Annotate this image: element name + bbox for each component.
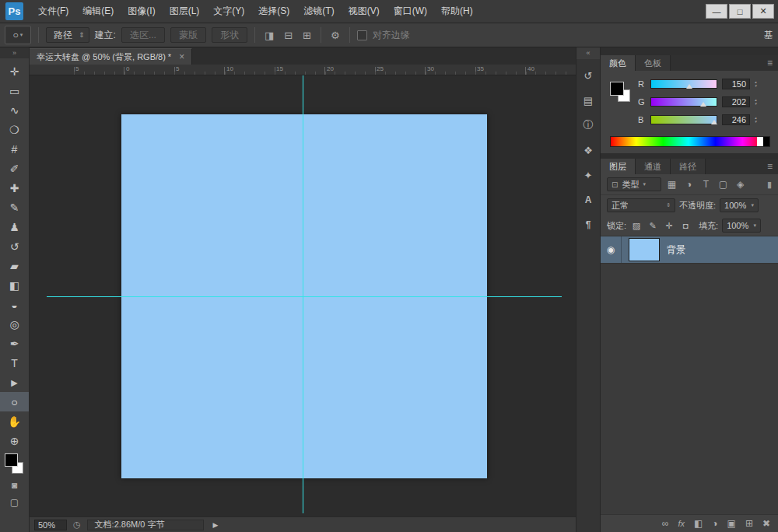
properties-panel-icon[interactable]: ▤ [579,91,598,110]
screen-mode-button[interactable]: ▢ [0,494,29,511]
make-selection-button[interactable]: 选区... [121,27,165,43]
lock-image-pixels-icon[interactable]: ✎ [647,221,659,231]
filter-pixel-layers-icon[interactable]: ▦ [665,179,678,190]
hand-tool[interactable]: ✋ [0,411,29,431]
tool-mode-dropdown[interactable]: 路径 ⇕ [46,27,89,43]
menu-layer[interactable]: 图层(L) [163,0,207,23]
document-tab[interactable]: 幸运大转盘 @ 50% (背景, RGB/8) * × [30,48,192,65]
vertical-guide[interactable] [303,75,303,513]
zoom-tool[interactable]: ⊕ [0,431,29,450]
spinner-icon[interactable]: ▴▾ [755,80,757,88]
menu-edit[interactable]: 编辑(E) [75,0,121,23]
status-menu-arrow-icon[interactable]: ▶ [210,521,222,529]
lasso-tool[interactable]: ∿ [0,100,29,120]
make-mask-button[interactable]: 蒙版 [170,27,206,43]
tab-layers[interactable]: 图层 [601,159,636,174]
spin-down-icon[interactable]: ▾ [755,84,757,88]
quick-selection-tool[interactable]: ❍ [0,120,29,139]
adjustment-layer-icon[interactable]: ◑ [712,518,717,529]
channel-thumb-R[interactable] [686,84,692,89]
lock-transparent-pixels-icon[interactable]: ▨ [630,221,643,231]
opacity-input[interactable]: 100% ▾ [720,198,759,212]
visibility-eye-icon[interactable]: ◉ [601,236,622,263]
channel-slider-g[interactable] [650,97,717,107]
path-arrange-icon[interactable]: ⊞ [300,30,314,41]
spin-down-icon[interactable]: ▾ [755,120,757,124]
dodge-tool[interactable]: ◎ [0,314,29,334]
paragraph-panel-icon[interactable]: ¶ [579,215,598,234]
photoshop-logo-icon[interactable]: Ps [5,2,23,20]
tab-color[interactable]: 颜色 [601,55,636,71]
lock-position-icon[interactable]: ✛ [663,221,675,231]
channel-value-b[interactable]: 246 [722,114,750,125]
link-layers-icon[interactable]: ∞ [662,518,669,529]
tab-paths[interactable]: 路径 [671,159,706,174]
workspace-switcher[interactable]: 基 [764,29,773,42]
character-panel-icon[interactable]: A [579,191,598,209]
toolbar-foreground-color-swatch[interactable] [5,453,18,467]
menu-select[interactable]: 选择(S) [251,0,296,23]
channel-thumb-B[interactable] [711,120,717,124]
delete-layer-icon[interactable]: ✖ [762,518,770,529]
move-tool[interactable]: ✛ [0,61,29,81]
foreground-color-swatch[interactable] [610,82,624,96]
gradient-tool[interactable]: ◧ [0,275,29,295]
layer-row-background[interactable]: ◉ 背景 [601,236,778,264]
filter-toggle-icon[interactable]: ▮ [767,180,772,190]
brush-tool[interactable]: ✎ [0,198,29,217]
layer-thumbnail[interactable] [629,238,660,261]
menu-type[interactable]: 文字(Y) [206,0,251,23]
type-tool[interactable]: T [0,353,29,373]
ellipse-tool[interactable]: ○ [0,392,29,411]
channel-slider-b[interactable] [650,115,717,124]
eraser-tool[interactable]: ▰ [0,256,29,275]
horizontal-ruler[interactable]: 5 0 5 10 15 20 25 30 35 40 [30,65,576,75]
toolbar-collapse-icon[interactable]: » [0,47,29,58]
menu-window[interactable]: 窗口(W) [387,0,434,23]
channel-value-r[interactable]: 150 [722,79,750,89]
layer-effects-icon[interactable]: fx [678,519,685,528]
spectrum-black-swatch[interactable] [763,137,769,146]
crop-tool[interactable]: # [0,139,29,159]
spinner-icon[interactable]: ▴▾ [755,98,757,106]
align-edges-checkbox[interactable] [357,30,367,40]
new-layer-icon[interactable]: ⊞ [745,518,753,529]
path-alignment-icon[interactable]: ⊟ [282,30,295,41]
channel-slider-r[interactable] [650,79,717,89]
dock-collapse-icon[interactable]: « [576,47,600,59]
filter-shape-layers-icon[interactable]: ▢ [717,179,730,190]
filter-adjustment-layers-icon[interactable]: ◑ [682,179,696,190]
panel-menu-icon[interactable]: ≡ [762,159,778,174]
fill-input[interactable]: 100% ▾ [722,219,761,233]
quick-mask-button[interactable]: ◙ [0,477,29,494]
path-selection-tool[interactable]: ► [0,373,29,392]
close-tab-icon[interactable]: × [179,51,184,62]
spinner-icon[interactable]: ▴▾ [755,116,757,124]
canvas-viewport[interactable] [30,75,576,516]
maximize-button[interactable]: □ [729,4,751,19]
blur-tool[interactable]: ◒ [0,295,29,314]
horizontal-guide[interactable] [47,296,562,297]
pen-tool[interactable]: ✒ [0,334,29,353]
tool-preset-picker[interactable]: ○ ▾ [5,26,31,44]
menu-image[interactable]: 图像(I) [121,0,162,23]
healing-brush-tool[interactable]: ✚ [0,178,29,198]
spin-down-icon[interactable]: ▾ [755,102,757,106]
panel-menu-icon[interactable]: ≡ [762,55,778,71]
add-layer-mask-icon[interactable]: ◧ [694,518,703,529]
eyedropper-tool[interactable]: ✐ [0,159,29,178]
filter-type-layers-icon[interactable]: T [699,179,713,190]
path-operations-icon[interactable]: ◨ [262,30,276,41]
info-panel-icon[interactable]: ⓘ [579,116,598,135]
color-spectrum-bar[interactable] [610,136,770,147]
minimize-button[interactable]: — [706,4,727,19]
channel-thumb-G[interactable] [700,102,706,107]
presets-panel-icon[interactable]: ✦ [579,166,598,184]
channel-value-g[interactable]: 202 [722,96,750,107]
filter-smart-objects-icon[interactable]: ◈ [734,179,747,190]
zoom-level-input[interactable]: 50% [34,520,67,530]
tab-channels[interactable]: 通道 [636,159,671,174]
make-shape-button[interactable]: 形状 [212,27,247,43]
spectrum-white-swatch[interactable] [757,137,763,146]
new-group-icon[interactable]: ▣ [727,518,736,529]
